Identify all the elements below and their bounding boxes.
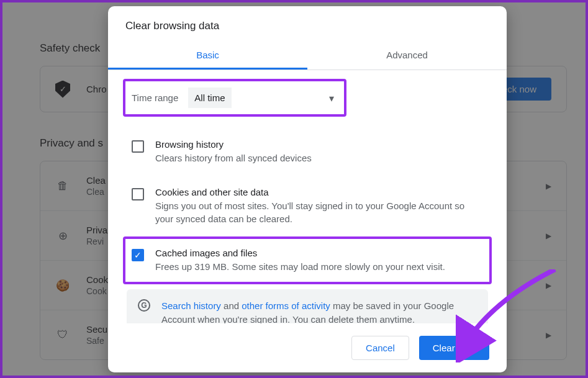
option-description: Frees up 319 MB. Some sites may load mor… bbox=[155, 261, 483, 273]
option-title: Cookies and other site data bbox=[155, 187, 483, 197]
tab-basic[interactable]: Basic bbox=[108, 42, 307, 70]
option-description: Signs you out of most sites. You'll stay… bbox=[155, 200, 483, 225]
option-cached-images: Cached images and files Frees up 319 MB.… bbox=[123, 236, 492, 284]
time-range-group: Time range All time bbox=[123, 79, 346, 117]
time-range-select-wrap: All time bbox=[188, 88, 340, 108]
checkbox-cached-images[interactable] bbox=[132, 249, 144, 261]
dialog-footer: Cancel Clear data bbox=[108, 323, 507, 372]
option-browsing-history: Browsing history Clears history from all… bbox=[123, 128, 492, 176]
cancel-button[interactable]: Cancel bbox=[351, 336, 409, 360]
checkbox-browsing-history[interactable] bbox=[132, 140, 144, 153]
clear-data-button[interactable]: Clear data bbox=[419, 336, 489, 360]
checkbox-cookies[interactable] bbox=[132, 188, 144, 200]
option-cookies: Cookies and other site data Signs you ou… bbox=[123, 176, 492, 236]
dialog-title: Clear browsing data bbox=[108, 6, 507, 42]
dialog-tabs: Basic Advanced bbox=[108, 42, 507, 70]
option-title: Browsing history bbox=[155, 139, 483, 150]
time-range-label: Time range bbox=[132, 92, 178, 103]
option-title: Cached images and files bbox=[155, 248, 483, 258]
other-activity-link[interactable]: other forms of activity bbox=[242, 300, 330, 311]
dialog-body: Time range All time Browsing history Cle… bbox=[108, 70, 507, 323]
google-account-banner: G Search history and other forms of acti… bbox=[127, 289, 488, 323]
option-description: Clears history from all synced devices bbox=[155, 152, 483, 164]
time-range-select[interactable]: All time bbox=[188, 88, 232, 108]
clear-browsing-data-dialog: Clear browsing data Basic Advanced Time … bbox=[108, 6, 507, 372]
tab-advanced[interactable]: Advanced bbox=[307, 42, 507, 70]
search-history-link[interactable]: Search history bbox=[161, 300, 221, 311]
google-logo-icon: G bbox=[138, 299, 150, 312]
banner-text: Search history and other forms of activi… bbox=[161, 299, 477, 323]
